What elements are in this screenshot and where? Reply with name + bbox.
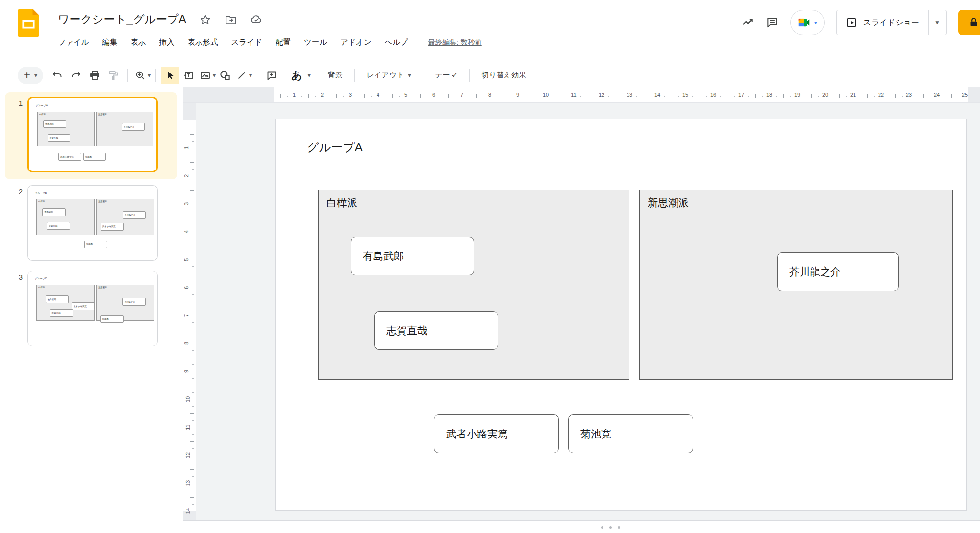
document-title[interactable]: ワークシート_グループA [58,12,186,27]
menu-format[interactable]: 表示形式 [187,37,218,48]
slide-thumbnail-2[interactable]: グループB 白樺派 新思潮派 有島武郎 志賀直哉 芥川龍之介 武者小路実篤 菊池… [27,185,158,261]
hruler-number: 7 [460,92,463,97]
thumb2-group1: 白樺派 [36,199,95,235]
menu-view[interactable]: 表示 [130,37,146,48]
slideshow-dropdown[interactable]: ▼ [928,10,946,35]
thumb2-member: 有島武郎 [42,208,66,216]
slide-thumbnail-1[interactable]: グループA 白樺派 新思潮派 有島武郎 志賀直哉 芥川龍之介 武者小路実篤 菊池… [27,97,158,172]
thumb1-member: 有島武郎 [43,120,66,128]
hruler-number: 13 [627,92,632,97]
meet-call-button[interactable]: ▾ [790,10,825,35]
horizontal-ruler[interactable]: 1234567891011121314151617181920212223242… [183,87,980,103]
hruler-number: 16 [710,92,716,97]
slide-canvas[interactable]: グループA 白樺派 新思潮派 有島武郎 志賀直哉 芥川龍之介 武者小路実篤 菊池… [196,103,980,520]
vruler-number: 11 [185,424,191,430]
hruler-number: 5 [404,92,407,97]
thumb1-member: 芥川龍之介 [122,123,145,131]
menu-edit[interactable]: 編集 [102,37,117,48]
member-box-akutagawa[interactable]: 芥川龍之介 [777,252,899,291]
textbox-tool[interactable] [179,67,198,84]
notes-divider-bar [183,520,980,533]
menu-help[interactable]: ヘルプ [385,37,408,48]
vruler-number: 3 [183,202,189,205]
activity-trend-icon[interactable] [741,16,754,29]
menu-slide[interactable]: スライド [231,37,262,48]
present-icon [846,17,857,28]
menu-tools[interactable]: ツール [304,37,327,48]
comment-history-icon[interactable] [766,16,779,29]
toolbar-separator [257,69,257,82]
hruler-number: 12 [599,92,604,97]
lock-icon [967,16,980,29]
slide-editing-area[interactable]: グループA 白樺派 新思潮派 有島武郎 志賀直哉 芥川龍之介 武者小路実篤 菊池… [275,119,967,511]
thumb3-member: 菊池寛 [100,315,124,323]
vruler-number: 7 [183,314,189,317]
background-button[interactable]: 背景 [321,71,350,80]
input-tools-caret[interactable]: ▾ [308,73,311,78]
theme-button[interactable]: テーマ [428,71,464,80]
vruler-number: 10 [185,396,191,402]
slideshow-button[interactable]: スライドショー ▼ [836,10,947,35]
slides-logo[interactable] [18,9,39,37]
shape-tool[interactable] [216,67,234,84]
zoom-tool[interactable]: ▾ [133,67,151,84]
redo-button[interactable] [67,67,85,84]
move-folder-icon[interactable] [225,13,237,26]
toolbar: + ▾ [0,64,980,87]
group-label: 新思潮派 [648,196,689,210]
new-slide-caret[interactable]: ▾ [34,73,37,78]
thumb1-member: 武者小路実篤 [58,153,81,161]
thumb2-member: 武者小路実篤 [101,223,124,231]
input-tools[interactable]: あ ▾ [291,69,311,82]
group-label: 白樺派 [327,196,357,210]
paint-format-button[interactable] [104,67,123,84]
slide-filmstrip: 1 2 3 グループA 白樺派 新思潮派 有島武郎 志賀直哉 芥川龍之介 武者小… [0,87,183,533]
share-lock-button[interactable] [958,10,980,35]
hruler-number: 2 [321,92,324,97]
hruler-number: 10 [543,92,549,97]
member-box-arishima[interactable]: 有島武郎 [351,237,474,275]
slide-thumbnail-3[interactable]: グループC 白樺派 新思潮派 有島武郎 武者小路実篤 志賀直哉 芥川龍之介 菊池… [27,271,158,346]
thumb2-member: 芥川龍之介 [123,211,146,219]
google-meet-icon [797,15,811,30]
print-button[interactable] [85,67,104,84]
thumb2-member: 志賀直哉 [47,222,70,230]
select-tool[interactable] [161,67,179,84]
hruler-number: 22 [878,92,884,97]
member-box-mushanokoji[interactable]: 武者小路実篤 [434,414,559,453]
layout-button[interactable]: レイアウト▾ [360,71,418,80]
hruler-number: 20 [822,92,828,97]
member-box-kikuchi[interactable]: 菊池寛 [568,414,693,453]
new-slide-button[interactable]: + ▾ [18,67,43,84]
toolbar-separator [286,69,286,82]
vruler-number: 9 [183,370,189,373]
vertical-ruler[interactable]: 1234567891011121314 [183,103,196,520]
layout-caret: ▾ [408,73,411,78]
vruler-number: 6 [183,286,189,289]
transition-button[interactable]: 切り替え効果 [475,71,533,80]
cloud-saved-icon[interactable] [250,13,263,26]
star-icon[interactable] [199,13,212,26]
zoom-caret[interactable]: ▾ [148,73,151,78]
slide-title-text[interactable]: グループA [307,140,363,155]
menu-addons[interactable]: アドオン [340,37,371,48]
line-tool[interactable]: ▾ [234,67,252,84]
menu-file[interactable]: ファイル [58,37,89,48]
undo-button[interactable] [48,67,67,84]
notes-drag-handle[interactable] [601,526,620,529]
toolbar-separator [155,69,156,82]
toolbar-separator [469,69,470,82]
hruler-number: 19 [794,92,800,97]
menu-arrange[interactable]: 配置 [276,37,291,48]
meet-dropdown-caret[interactable]: ▾ [814,20,817,25]
last-edit-link[interactable]: 最終編集: 数秒前 [428,38,482,47]
image-tool[interactable]: ▾ [198,67,216,84]
hruler-number: 1 [293,92,296,97]
group-box-shirakabaha[interactable]: 白樺派 [318,190,629,380]
menu-insert[interactable]: 挿入 [159,37,174,48]
member-box-shiga[interactable]: 志賀直哉 [374,311,498,350]
line-caret[interactable]: ▾ [249,73,252,78]
hruler-number: 17 [738,92,744,97]
hruler-number: 3 [349,92,352,97]
insert-comment-tool[interactable] [262,67,281,84]
